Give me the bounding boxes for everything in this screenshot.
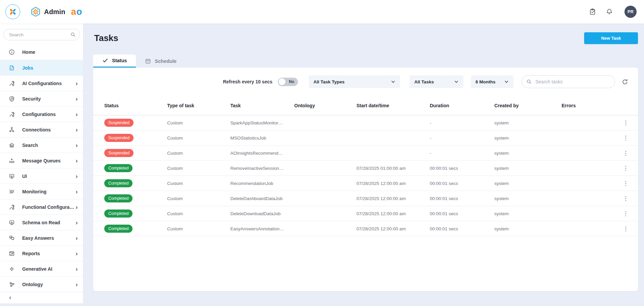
row-actions-menu[interactable]: ⋮ [621,225,630,232]
col-ontology: Ontology [294,103,356,108]
cell-type: Custom [167,151,230,156]
chevron-right-icon: › [76,142,78,148]
tasks-clipboard-button[interactable] [589,8,596,15]
col-task: Task [230,103,294,108]
refresh-toggle[interactable]: No [278,78,298,86]
row-actions-menu[interactable]: ⋮ [621,119,630,126]
table-row[interactable]: Suspended Custom MSOStatisticsJob - syst… [93,130,638,146]
ao-logo-icon: ao [71,7,82,17]
chevron-right-icon: › [76,111,78,117]
home-search-icon [9,142,15,148]
sidebar-item-label: Connections [22,127,76,132]
row-actions-menu[interactable]: ⋮ [621,135,630,142]
col-created-by: Created by [494,103,562,108]
cell-type: Custom [167,196,230,201]
cell-created-by: system [494,211,562,216]
tasks-dropdown[interactable]: All Tasks [410,75,463,88]
chevron-right-icon: › [76,235,78,241]
sidebar-item-label: Search [22,143,76,148]
cell-created-by: system [494,120,562,125]
table-row[interactable]: Suspended Custom AOInsightsRecommend… - … [93,146,638,161]
collapse-sidebar-button[interactable]: ‹ [9,294,11,301]
user-avatar[interactable]: PR [624,6,637,18]
new-task-button[interactable]: New Task [584,32,638,44]
period-dropdown[interactable]: 6 Months [471,75,514,88]
tab-schedule[interactable]: Schedule [136,54,185,68]
sidebar-item-message-queues[interactable]: Message Queues › [0,153,83,168]
chevron-right-icon: › [76,266,78,272]
search-tasks-input[interactable] [522,75,615,88]
cell-created-by: system [494,181,562,186]
chevron-right-icon: › [76,80,78,86]
sidebar-item-configurations[interactable]: Configurations › [0,106,83,122]
shield-icon [9,96,15,102]
hexagon-gear-icon [30,6,41,17]
sidebar-item-schema-on-read[interactable]: Schema on Read › [0,215,83,230]
task-type-value: All Task Types [313,79,345,84]
col-type-of-task: Type of task [167,103,230,108]
table-row[interactable]: Completed Custom RecommendationJob 07/28… [93,176,638,191]
cell-type: Custom [167,120,230,125]
row-actions-menu[interactable]: ⋮ [621,180,630,187]
cell-type: Custom [167,166,230,171]
sidebar-search-input[interactable] [3,29,80,40]
sidebar-item-search[interactable]: Search › [0,137,83,153]
sidebar-item-security[interactable]: Security › [0,91,83,106]
monitoring-icon [9,189,15,195]
table-row[interactable]: Completed Custom DeleteDashboardDataJob … [93,191,638,206]
refresh-icon [622,79,628,85]
tab-label: Status [112,58,127,63]
cell-task: SparkAppStatusMonitor… [230,120,294,125]
cell-duration: - [430,151,494,156]
sidebar-item-functional-configurations[interactable]: Functional Configurati… › [0,199,83,215]
row-actions-menu[interactable]: ⋮ [621,150,630,157]
task-type-dropdown[interactable]: All Task Types [309,75,400,88]
table-row[interactable]: Completed Custom DeleteDownloadDataJob 0… [93,206,638,221]
status-badge: Completed [104,194,132,202]
sidebar-item-ai-configurations[interactable]: AI Configurations › [0,75,83,91]
sidebar-item-connections[interactable]: Connections › [0,122,83,137]
tools-icon [9,204,15,210]
table-row[interactable]: Completed Custom RemoveInactiveSession… … [93,161,638,176]
chevron-right-icon: › [76,188,78,195]
row-actions-menu[interactable]: ⋮ [621,195,630,202]
sidebar-item-label: Reports [22,251,76,256]
period-value: 6 Months [476,79,495,84]
sidebar-item-label: Easy Answers [22,235,76,241]
report-icon [9,251,15,257]
sidebar-item-ontology[interactable]: Ontology › [0,276,83,292]
table-row[interactable]: Completed Custom EasyAnswersAnnotation… … [93,221,638,236]
row-actions-menu[interactable]: ⋮ [621,210,630,217]
sidebar-item-reports[interactable]: Reports › [0,245,83,261]
sidebar-item-easy-answers[interactable]: Easy Answers › [0,230,83,245]
sidebar-item-jobs[interactable]: Jobs [0,60,83,75]
row-actions-menu[interactable]: ⋮ [621,165,630,172]
notifications-button[interactable] [606,8,613,15]
col-errors: Errors [562,103,612,108]
cell-duration: - [430,120,494,125]
chevron-right-icon: › [76,157,78,164]
sidebar-item-monitoring[interactable]: Monitoring › [0,184,83,199]
app-logo[interactable] [5,4,20,19]
sidebar-item-ui[interactable]: UI › [0,168,83,184]
table-row[interactable]: Suspended Custom SparkAppStatusMonitor… … [93,115,638,130]
cell-start: 07/28/2025 12:00:00 am [356,181,430,186]
tab-bar: Status Schedule [93,54,638,68]
tab-status[interactable]: Status [93,54,136,68]
cell-duration: 00:00:01 secs [430,166,494,171]
sidebar-item-label: Schema on Read [22,220,76,225]
ontology-icon [9,281,15,288]
clipboard-check-icon [589,8,596,15]
sidebar-item-label: Jobs [22,65,78,71]
toggle-knob [278,78,286,85]
sidebar-item-home[interactable]: Home [0,44,83,60]
inbox-icon [9,158,15,164]
tab-label: Schedule [155,59,176,64]
search-icon [70,32,76,37]
cell-task: DeleteDownloadDataJob [230,211,294,216]
sidebar-item-label: Home [22,49,78,55]
sidebar-item-generative-ai[interactable]: Generative AI › [0,261,83,276]
sidebar-item-label: Message Queues [22,158,76,163]
app-name: Admin [44,8,65,16]
refresh-list-button[interactable] [622,79,628,85]
